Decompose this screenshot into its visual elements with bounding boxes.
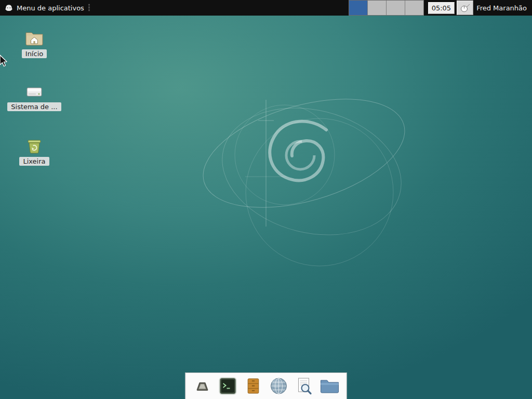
workspace-button-1[interactable] (349, 1, 368, 15)
desktop-icon-trash[interactable]: Lixeira (10, 137, 58, 166)
mouse-cursor (0, 54, 9, 69)
search-files-launcher[interactable] (294, 375, 315, 397)
file-cabinet-launcher[interactable] (243, 375, 264, 397)
terminal-icon (219, 377, 237, 395)
workspace-switcher (349, 0, 424, 16)
desktop-icon-home[interactable]: Início (10, 30, 58, 58)
desktop-icon-label: Sistema de ... (7, 102, 61, 111)
filesystem-drive-icon (25, 84, 44, 100)
mouse-settings-button[interactable] (457, 1, 473, 15)
home-folder-icon (25, 30, 44, 47)
top-panel: Menu de aplicativos 05:05 Fred Maranhão (0, 0, 532, 16)
desktop-icon-filesystem[interactable]: Sistema de ... (10, 84, 58, 111)
workspace-button-3[interactable] (387, 1, 405, 15)
workspace-button-2[interactable] (368, 1, 387, 15)
workspace-button-4[interactable] (405, 1, 423, 15)
applications-menu-label: Menu de aplicativos (17, 4, 84, 12)
show-desktop-icon (193, 378, 212, 394)
username-label[interactable]: Fred Maranhão (476, 4, 532, 12)
xfce-mouse-icon (4, 3, 14, 12)
bottom-dock (185, 373, 347, 399)
blue-folder-icon (320, 378, 340, 394)
panel-grip-handle[interactable] (88, 4, 90, 11)
web-browser-launcher[interactable] (269, 375, 289, 397)
mouse-device-icon (460, 4, 470, 12)
debian-swirl-artwork (0, 0, 532, 399)
desktop-icon-label: Lixeira (19, 157, 49, 166)
file-manager-launcher[interactable] (320, 375, 340, 397)
desktop-icon-label: Início (22, 49, 47, 58)
search-document-icon (296, 377, 313, 395)
globe-icon (270, 377, 288, 395)
applications-menu-button[interactable]: Menu de aplicativos (0, 0, 94, 16)
clock[interactable]: 05:05 (428, 2, 455, 14)
terminal-launcher[interactable] (218, 375, 238, 397)
show-desktop-button[interactable] (192, 375, 213, 397)
file-cabinet-icon (246, 377, 261, 395)
desktop-wallpaper: Menu de aplicativos 05:05 Fred Maranhão (0, 0, 532, 399)
trash-icon (25, 137, 43, 154)
